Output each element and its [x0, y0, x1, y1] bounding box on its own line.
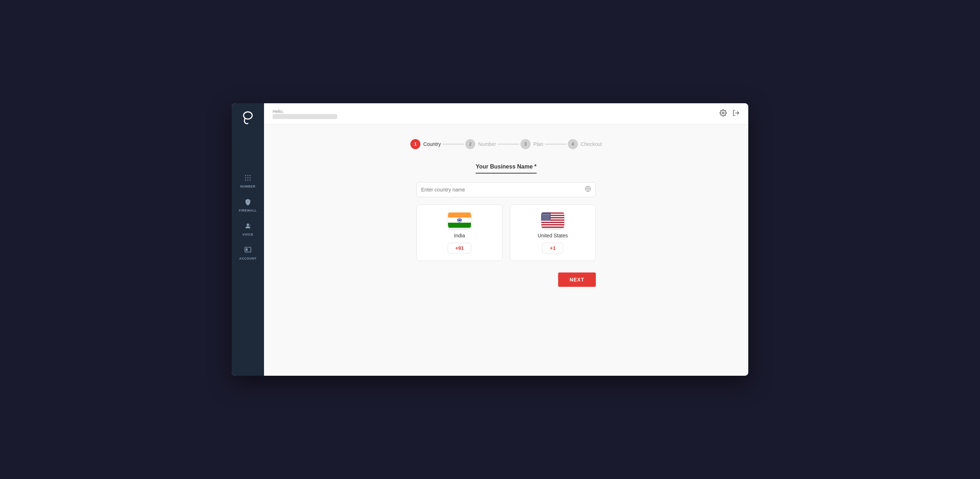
step-line-3	[545, 144, 566, 144]
step-checkout: 4 Checkout	[568, 139, 602, 149]
country-card-us[interactable]: ★★★★★★ ★★★★★ ★★★★★★ ★★★★★ ★★★★★★ ★★★★★ ★…	[510, 205, 596, 261]
flag-india	[448, 212, 471, 228]
step-label-checkout: Checkout	[581, 141, 602, 147]
svg-rect-37	[541, 221, 564, 222]
india-code-button[interactable]: +91	[448, 243, 471, 254]
country-card-india[interactable]: India +91	[417, 205, 503, 261]
voice-icon	[244, 222, 251, 231]
step-circle-2: 2	[465, 139, 475, 149]
stepper: 1 Country 2 Number 3 Plan	[410, 139, 602, 149]
svg-rect-41	[541, 225, 564, 227]
step-country: 1 Country	[410, 139, 441, 149]
topbar-user-info: Hello,	[273, 109, 337, 119]
step-circle-4: 4	[568, 139, 578, 149]
topbar-hello: Hello,	[273, 109, 337, 114]
svg-rect-8	[248, 179, 248, 181]
step-label-country: Country	[423, 141, 441, 147]
topbar: Hello,	[264, 103, 748, 125]
svg-rect-3	[250, 175, 251, 176]
us-code-button[interactable]: +1	[542, 243, 563, 254]
step-circle-1: 1	[410, 139, 420, 149]
svg-rect-9	[250, 179, 251, 181]
sidebar-item-account-label: ACCOUNT	[239, 257, 257, 260]
sidebar-item-voice-label: VOICE	[242, 233, 254, 236]
sidebar-item-account[interactable]: ACCOUNT	[234, 243, 262, 264]
logout-icon[interactable]	[732, 109, 740, 118]
main-content: 1 Country 2 Number 3 Plan	[264, 125, 748, 376]
keypad-icon	[244, 174, 251, 183]
svg-rect-17	[448, 213, 471, 217]
step-line-1	[442, 144, 464, 144]
svg-rect-39	[541, 223, 564, 224]
svg-rect-40	[541, 224, 564, 225]
country-search-input[interactable]	[421, 182, 585, 197]
business-name-label: Your Business Name *	[476, 163, 537, 173]
sidebar-item-number-label: NUMBER	[240, 185, 256, 188]
sidebar-item-firewall[interactable]: FIREWALL	[234, 195, 262, 216]
svg-point-13	[722, 112, 724, 114]
business-name-section: Your Business Name *	[417, 163, 596, 173]
svg-rect-12	[246, 249, 248, 251]
svg-rect-1	[245, 175, 247, 176]
country-search-wrap	[417, 182, 596, 197]
sidebar-item-voice[interactable]: VOICE	[234, 219, 262, 240]
topbar-actions	[719, 109, 740, 118]
sidebar-nav: NUMBER FIREWALL VOICE	[232, 171, 264, 264]
country-search-section	[417, 182, 596, 197]
step-plan: 3 Plan	[520, 139, 543, 149]
step-label-plan: Plan	[533, 141, 543, 147]
main-area: Hello,	[264, 103, 748, 376]
svg-rect-2	[248, 175, 248, 176]
globe-icon	[585, 186, 591, 194]
svg-text:★★★★★★: ★★★★★★	[542, 219, 550, 221]
step-number: 2 Number	[465, 139, 496, 149]
app-logo	[239, 109, 256, 126]
sidebar-item-number[interactable]: NUMBER	[234, 171, 262, 192]
settings-icon[interactable]	[719, 109, 727, 118]
shield-icon	[244, 198, 251, 207]
india-name: India	[454, 233, 465, 238]
sidebar-item-firewall-label: FIREWALL	[239, 209, 257, 212]
next-button[interactable]: NEXT	[558, 273, 596, 287]
svg-point-10	[247, 224, 249, 226]
svg-rect-5	[248, 178, 248, 179]
svg-rect-7	[245, 179, 247, 181]
app-window: NUMBER FIREWALL VOICE	[232, 103, 748, 376]
account-icon	[244, 246, 251, 255]
svg-rect-6	[250, 178, 251, 179]
flag-us: ★★★★★★ ★★★★★ ★★★★★★ ★★★★★ ★★★★★★ ★★★★★ ★…	[541, 212, 564, 228]
step-circle-3: 3	[520, 139, 531, 149]
svg-rect-38	[541, 222, 564, 223]
next-section: NEXT	[417, 273, 596, 287]
svg-rect-4	[245, 178, 247, 179]
country-cards: India +91	[417, 205, 596, 261]
topbar-username	[273, 114, 337, 119]
step-label-number: Number	[478, 141, 496, 147]
svg-rect-42	[541, 227, 564, 228]
svg-rect-19	[448, 223, 471, 228]
sidebar: NUMBER FIREWALL VOICE	[232, 103, 264, 376]
us-name: United States	[538, 233, 568, 238]
step-line-2	[498, 144, 519, 144]
